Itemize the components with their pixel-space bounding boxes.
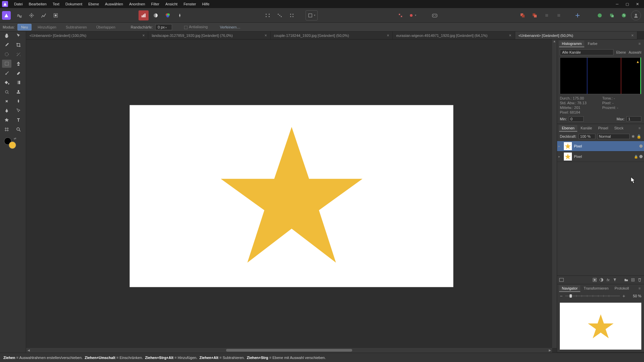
delete-layer-icon[interactable] <box>637 277 643 283</box>
scope-selection[interactable]: Auswahl <box>629 51 641 54</box>
menu-filter[interactable]: Filter <box>149 1 162 7</box>
snap-icon[interactable] <box>395 10 406 20</box>
mask-layer-icon[interactable] <box>592 277 598 283</box>
layer-expand-icon[interactable]: ▸ <box>558 155 562 158</box>
mode-subtract[interactable]: Subtrahieren <box>62 24 90 30</box>
menu-ansicht[interactable]: Ansicht <box>163 1 180 7</box>
tab-pinsel[interactable]: Pinsel <box>595 125 611 132</box>
menu-ebene[interactable]: Ebene <box>86 1 102 7</box>
menu-datei[interactable]: Datei <box>11 1 25 7</box>
account-icon[interactable] <box>631 10 641 20</box>
menu-dokument[interactable]: Dokument <box>63 1 85 7</box>
layer-item-1[interactable]: ▸ Pixel 🔒 <box>557 152 644 162</box>
liquify-persona-icon[interactable] <box>14 10 24 20</box>
horizontal-scrollbar[interactable]: ◀▶ <box>26 348 552 353</box>
tab-4-close[interactable]: × <box>621 33 634 38</box>
sync-icon[interactable] <box>619 10 629 20</box>
layer-expand-icon[interactable]: ▸ <box>558 144 562 148</box>
move-front-icon[interactable] <box>530 10 540 20</box>
export-persona-icon[interactable] <box>51 10 61 20</box>
tab-stock[interactable]: Stock <box>611 125 626 132</box>
menu-auswaehlen[interactable]: Auswählen <box>102 1 126 7</box>
min-input[interactable] <box>569 116 584 122</box>
group-layers-icon[interactable] <box>623 277 629 283</box>
zoom-in-button[interactable]: + <box>623 293 625 299</box>
tab-2-close[interactable]: × <box>377 33 389 38</box>
vertical-scrollbar[interactable]: ▲ <box>552 40 557 348</box>
layer-visibility-toggle[interactable] <box>639 144 643 148</box>
layer-lock-icon[interactable]: 🔒 <box>637 134 641 139</box>
zoom-value[interactable]: 50 % <box>628 294 641 298</box>
tab-4[interactable]: <Unbenannt> [Geändert] (50,0%)× <box>515 32 637 39</box>
refine-button[interactable]: Verfeinern… <box>220 25 240 29</box>
tab-0[interactable]: <Unbenannt> [Geändert] (100,0%)× <box>26 32 148 39</box>
assistant-icon[interactable] <box>430 10 440 20</box>
close-button[interactable]: ✕ <box>633 1 642 7</box>
move-forward-icon[interactable] <box>554 10 564 20</box>
zoom-slider[interactable] <box>565 296 620 296</box>
tab-1-close[interactable]: × <box>255 33 267 38</box>
transform-icon[interactable] <box>573 10 583 20</box>
layers-menu-icon[interactable]: ≡ <box>637 126 642 131</box>
autolevels-icon[interactable] <box>139 10 149 20</box>
menu-fenster[interactable]: Fenster <box>181 1 199 7</box>
layer-item-0[interactable]: ▸ Pixel <box>557 141 644 152</box>
tab-kanaele[interactable]: Kanäle <box>578 125 595 132</box>
align-center-icon[interactable] <box>275 10 285 20</box>
move-backward-icon[interactable] <box>542 10 552 20</box>
lock-icon[interactable]: 🔒 <box>634 155 638 159</box>
edit-all-layers-icon[interactable] <box>558 277 565 283</box>
tab-ebenen[interactable]: Ebenen <box>559 125 577 132</box>
duplicate-layer-icon[interactable] <box>607 10 617 20</box>
navigator-preview[interactable] <box>560 303 641 350</box>
menu-bearbeiten[interactable]: Bearbeiten <box>26 1 49 7</box>
canvas-area[interactable]: ▲ ◀▶ <box>26 40 557 353</box>
autowb-icon[interactable] <box>175 10 185 20</box>
scope-layer[interactable]: Ebene <box>616 51 626 54</box>
feather-field[interactable]: 0 px <box>155 24 172 30</box>
add-layer-icon[interactable] <box>595 10 605 20</box>
tab-3-close[interactable]: × <box>499 33 512 38</box>
develop-persona-icon[interactable] <box>26 10 37 20</box>
tab-0-close[interactable]: × <box>132 33 145 38</box>
menu-hilfe[interactable]: Hilfe <box>199 1 212 7</box>
tab-1[interactable]: landscape-3127859_1920.jpg [Geändert] (7… <box>148 32 270 39</box>
zoom-out-button[interactable]: − <box>560 293 562 299</box>
tab-transformieren[interactable]: Transformieren <box>581 285 611 292</box>
mode-new[interactable]: Neu <box>17 24 32 31</box>
adjustment-layer-icon[interactable] <box>598 277 604 283</box>
mode-add[interactable]: Hinzufügen <box>34 24 60 30</box>
align-left-icon[interactable] <box>263 10 273 20</box>
max-input[interactable] <box>627 116 641 122</box>
layer-fx-icon[interactable]: ✻ <box>632 134 635 139</box>
layer-visibility-toggle[interactable] <box>639 155 643 158</box>
fx-layer-icon[interactable]: fx <box>605 277 611 283</box>
menu-anordnen[interactable]: Anordnen <box>126 1 148 7</box>
opacity-field[interactable]: 100 % <box>579 134 595 139</box>
tab-navigator[interactable]: Navigator <box>559 285 580 292</box>
blend-select[interactable]: Normal <box>597 134 630 139</box>
add-pixel-layer-icon[interactable] <box>630 277 636 283</box>
panel-menu-icon[interactable]: ≡ <box>637 42 642 46</box>
tab-protokoll[interactable]: Protokoll <box>612 285 632 292</box>
tab-farbe[interactable]: Farbe <box>585 41 600 47</box>
tab-histogramm[interactable]: Histogramm <box>559 41 584 47</box>
snapping-dropdown[interactable]: ▾ <box>408 10 418 20</box>
maximize-button[interactable]: ▢ <box>623 1 632 7</box>
menu-text[interactable]: Text <box>50 1 62 7</box>
align-right-icon[interactable] <box>287 10 297 20</box>
layer-name[interactable]: Pixel <box>574 144 582 148</box>
layer-name[interactable]: Pixel <box>574 155 582 159</box>
tab-3[interactable]: eurasian-wigeon-4914971_1920.jpg [Geände… <box>393 32 515 39</box>
antialias-toggle[interactable]: Antialiasing <box>184 25 208 29</box>
document-canvas[interactable] <box>130 105 453 287</box>
autocontrast-icon[interactable] <box>151 10 161 20</box>
persona-icon[interactable] <box>2 11 11 20</box>
tone-map-persona-icon[interactable] <box>39 10 49 20</box>
tab-2[interactable]: couple-1718244_1920.jpg [Geändert] (50,0… <box>271 32 393 39</box>
autocolor-icon[interactable] <box>163 10 173 20</box>
channel-select[interactable]: Alle Kanäle <box>560 49 613 55</box>
minimize-button[interactable]: ─ <box>612 1 622 7</box>
arrange-dropdown[interactable]: ▾ <box>306 10 318 20</box>
live-filter-icon[interactable] <box>612 277 618 283</box>
